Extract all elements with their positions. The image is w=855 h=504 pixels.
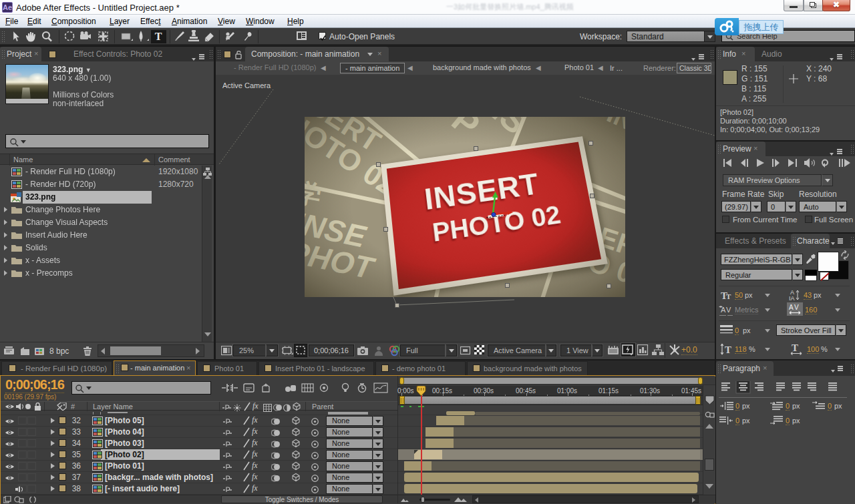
svg-text:V: V [726,306,731,314]
svg-text:T: T [725,344,731,355]
svg-text:T: T [155,31,162,42]
svg-text:A: A [789,304,794,311]
svg-text:T: T [792,342,798,353]
svg-text:T: T [726,292,731,300]
svg-text:IA: IA [789,295,795,302]
svg-text:V: V [794,304,799,311]
